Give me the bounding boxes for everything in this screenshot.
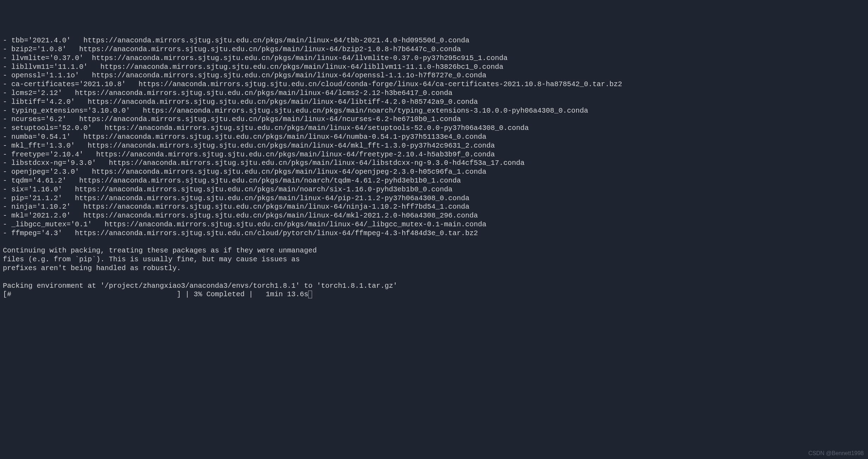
package-line: - pip='21.1.2' https://anaconda.mirrors.… xyxy=(3,194,865,203)
package-line: - numba='0.54.1' https://anaconda.mirror… xyxy=(3,133,865,142)
package-line: - libstdcxx-ng='9.3.0' https://anaconda.… xyxy=(3,159,865,168)
package-line: - _libgcc_mutex='0.1' https://anaconda.m… xyxy=(3,220,865,229)
status-message: prefixes aren't being handled as robustl… xyxy=(3,264,865,273)
package-line: - llvmlite='0.37.0' https://anaconda.mir… xyxy=(3,54,865,63)
package-line: - bzip2='1.0.8' https://anaconda.mirrors… xyxy=(3,45,865,54)
package-line: - ca-certificates='2021.10.8' https://an… xyxy=(3,80,865,89)
package-line: - openjpeg='2.3.0' https://anaconda.mirr… xyxy=(3,168,865,177)
packing-message: Packing environment at '/project/zhangxi… xyxy=(3,282,865,291)
blank-line xyxy=(3,273,865,282)
status-message: Continuing with packing, treating these … xyxy=(3,246,865,255)
package-line: - ninja='1.10.2' https://anaconda.mirror… xyxy=(3,203,865,211)
package-line: - libtiff='4.2.0' https://anaconda.mirro… xyxy=(3,98,865,107)
package-line: - freetype='2.10.4' https://anaconda.mir… xyxy=(3,150,865,159)
package-line: - openssl='1.1.1o' https://anaconda.mirr… xyxy=(3,71,865,80)
package-line: - mkl_fft='1.3.0' https://anaconda.mirro… xyxy=(3,142,865,150)
package-line: - tbb='2021.4.0' https://anaconda.mirror… xyxy=(3,36,865,45)
package-line: - mkl='2021.2.0' https://anaconda.mirror… xyxy=(3,211,865,220)
package-line: - tqdm='4.61.2' https://anaconda.mirrors… xyxy=(3,177,865,185)
package-line: - ffmpeg='4.3' https://anaconda.mirrors.… xyxy=(3,229,865,238)
package-line: - typing_extensions='3.10.0.0' https://a… xyxy=(3,107,865,115)
package-line: - ncurses='6.2' https://anaconda.mirrors… xyxy=(3,115,865,124)
progress-bar: [# ] | 3% Completed | 1min 13.6s xyxy=(3,290,865,299)
package-line: - setuptools='52.0.0' https://anaconda.m… xyxy=(3,124,865,133)
package-line: - six='1.16.0' https://anaconda.mirrors.… xyxy=(3,185,865,194)
status-message: files (e.g. from `pip`). This is usually… xyxy=(3,255,865,264)
package-line: - lcms2='2.12' https://anaconda.mirrors.… xyxy=(3,89,865,98)
watermark-text: CSDN @Bennett1998 xyxy=(808,450,864,457)
blank-line xyxy=(3,238,865,247)
package-line: - libllvm11='11.1.0' https://anaconda.mi… xyxy=(3,63,865,72)
terminal-cursor xyxy=(308,291,312,298)
terminal-output: - tbb='2021.4.0' https://anaconda.mirror… xyxy=(3,36,865,299)
